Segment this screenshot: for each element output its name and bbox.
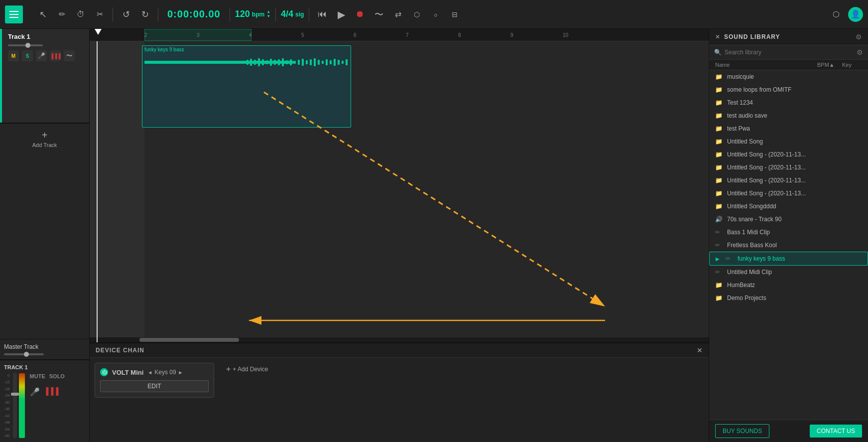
library-item[interactable]: 📁musicquie	[709, 70, 868, 83]
library-item[interactable]: 📁test Pwa	[709, 122, 868, 135]
library-item[interactable]: 📁Demo Projects	[709, 292, 868, 304]
mixer-mute-button[interactable]: MUTE	[30, 373, 45, 379]
device-power-button[interactable]: ⏻	[100, 368, 108, 376]
library-item[interactable]: 📁Untitled Song - (2020-11-13...	[709, 161, 868, 174]
svg-rect-6	[262, 59, 264, 65]
library-item[interactable]: 📁Untitled Song - (2020-11-13...	[709, 187, 868, 200]
eq-button[interactable]: ▐▐▐	[50, 50, 61, 61]
library-header: ✕ SOUND LIBRARY ⚙	[709, 29, 868, 45]
ruler-marker-7: 7	[406, 32, 409, 38]
bpm-control[interactable]: 120 bpm ▲ ▼	[235, 9, 270, 19]
library-play-button[interactable]: ▶	[716, 256, 722, 262]
library-footer: BUY SOUNDS CONTACT US	[709, 420, 868, 442]
library-item[interactable]: 📁some loops from OMITF	[709, 83, 868, 96]
preset-next-arrow[interactable]: ►	[178, 370, 183, 375]
metronome-button[interactable]: ⏱	[73, 6, 89, 22]
contact-us-button[interactable]: CONTACT US	[810, 425, 862, 438]
device-name: VOLT Mini	[112, 369, 143, 376]
share-button[interactable]: ⬡	[828, 6, 844, 22]
bpm-arrows[interactable]: ▲ ▼	[266, 10, 270, 18]
buy-sounds-button[interactable]: BUY SOUNDS	[715, 424, 769, 438]
loop-range[interactable]	[144, 29, 251, 41]
library-search-input[interactable]	[725, 49, 854, 56]
bpm-up-arrow[interactable]: ▲	[266, 10, 270, 14]
library-item[interactable]: 📁HumBeatz	[709, 279, 868, 292]
folder-icon: 📁	[715, 138, 723, 145]
device-block-header: ⏻ VOLT Mini ◄ Keys 09 ►	[100, 368, 209, 376]
library-item-label: Untitled Songdddd	[727, 203, 862, 210]
library-close-button[interactable]: ✕	[715, 33, 720, 40]
library-item-label: Untitled Song - (2020-11-13...	[727, 177, 862, 184]
add-track-area[interactable]: + Add Track	[0, 124, 89, 154]
automation-button[interactable]: 〜	[371, 6, 387, 22]
library-item[interactable]: 🔊70s snare - Track 90	[709, 213, 868, 226]
track-1-volume-row	[8, 44, 85, 46]
time-sig-control[interactable]: 4/4 sig	[281, 9, 304, 19]
scissors-tool-button[interactable]: ✂	[92, 6, 108, 22]
track-color-bar	[0, 29, 2, 123]
mixer-bars-icon[interactable]: ▐▐▐	[44, 387, 59, 397]
folder-icon: 📁	[715, 73, 723, 80]
mute-button[interactable]: M	[8, 50, 19, 61]
track-1-header: Track 1 M S 🎤 ▐▐▐ 〜	[0, 29, 89, 124]
solo-button[interactable]: S	[22, 50, 33, 61]
playhead-line	[97, 41, 98, 342]
device-chain-close-button[interactable]: ✕	[697, 346, 703, 354]
library-item[interactable]: 📁Untitled Song - (2020-11-13...	[709, 174, 868, 187]
library-item-label: test Pwa	[727, 125, 862, 132]
user-avatar[interactable]: 👤	[848, 7, 863, 22]
preset-prev-arrow[interactable]: ◄	[147, 370, 152, 375]
library-item[interactable]: 📁Untitled Songdddd	[709, 200, 868, 213]
library-item[interactable]: 📁test audio save	[709, 109, 868, 122]
mixer-mic-icon[interactable]: 🎤	[30, 387, 40, 397]
skip-back-button[interactable]: ⏮	[314, 6, 330, 22]
bottom-panel-header: DEVICE CHAIN ✕	[90, 343, 709, 358]
select-tool-button[interactable]: ↖	[35, 6, 51, 22]
mixer-fader[interactable]	[13, 373, 17, 438]
folder-icon: 📁	[715, 151, 723, 158]
filter-icon[interactable]: ⚙	[857, 48, 863, 56]
library-item[interactable]: 📁Untitled Song - (2020-11-13...	[709, 148, 868, 161]
record-button[interactable]: ⏺	[352, 6, 368, 22]
time-sig-value: 4/4	[281, 9, 293, 19]
pencil-tool-button[interactable]: ✏	[54, 6, 70, 22]
bpm-down-arrow[interactable]: ▼	[266, 14, 270, 18]
library-item[interactable]: ▶✏funky keys 9 bass	[709, 252, 868, 266]
svg-rect-3	[250, 59, 252, 66]
svg-rect-24	[334, 59, 336, 66]
library-item[interactable]: 📁Test 1234	[709, 96, 868, 109]
hamburger-menu[interactable]	[5, 5, 23, 23]
export-button[interactable]: ⬡	[409, 6, 425, 22]
track-1-volume-slider[interactable]	[8, 44, 43, 46]
grid-button[interactable]: ⊟	[447, 6, 463, 22]
folder-icon: 📁	[715, 295, 723, 301]
play-button[interactable]: ▶	[333, 6, 349, 22]
loop-button[interactable]: ⇄	[390, 6, 406, 22]
library-item[interactable]: 📁Untitled Song	[709, 135, 868, 148]
audio-clip-funky-keys[interactable]: funky keys 9 bass	[142, 45, 351, 128]
svg-rect-23	[330, 60, 332, 64]
h-scrollbar-thumb[interactable]	[139, 338, 239, 342]
svg-rect-10	[278, 59, 280, 65]
library-item[interactable]: ✏Untitled Midi Clip	[709, 266, 868, 279]
import-button[interactable]: ⬦	[428, 6, 444, 22]
master-volume-slider[interactable]	[4, 353, 44, 355]
master-track-area: Master Track	[0, 339, 89, 359]
folder-icon: 📁	[715, 190, 723, 197]
mic-button[interactable]: 🎤	[36, 50, 47, 61]
library-item[interactable]: ✏Bass 1 Midi Clip	[709, 226, 868, 239]
redo-button[interactable]: ↻	[137, 6, 153, 22]
h-scrollbar[interactable]	[90, 337, 709, 342]
bottom-panel-content: ⏻ VOLT Mini ◄ Keys 09 ► EDIT + + Add Dev…	[90, 358, 709, 442]
track1-bottom-label: TRACK 1	[4, 364, 85, 370]
svg-rect-2	[247, 60, 248, 65]
undo-button[interactable]: ↺	[118, 6, 134, 22]
library-item[interactable]: ✏Fretless Bass Kool	[709, 239, 868, 252]
device-edit-button[interactable]: EDIT	[100, 380, 209, 392]
automation-track-button[interactable]: 〜	[64, 50, 75, 61]
device-preset-selector[interactable]: ◄ Keys 09 ►	[147, 369, 183, 376]
library-settings-icon[interactable]: ⚙	[856, 33, 862, 41]
mixer-solo-button[interactable]: SOLO	[49, 373, 65, 379]
separator-5	[309, 7, 309, 21]
add-device-button[interactable]: + + Add Device	[224, 363, 270, 376]
